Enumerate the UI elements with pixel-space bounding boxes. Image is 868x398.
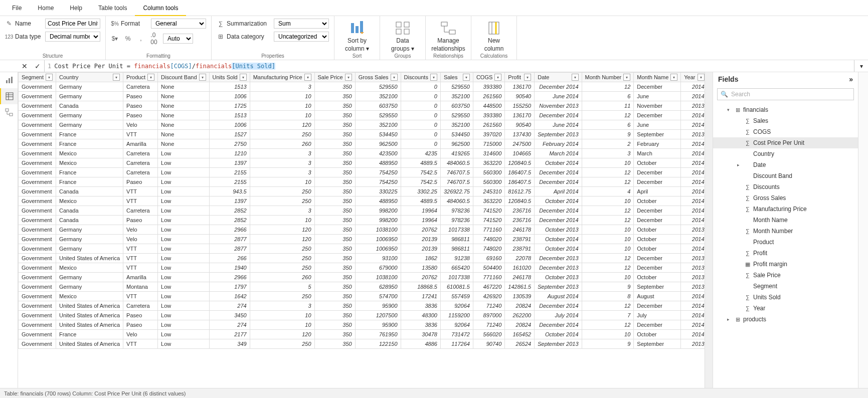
new-column-button[interactable]: New column <box>476 18 511 53</box>
table-row[interactable]: GovernmentFranceAmarillaNone275026035096… <box>19 139 705 149</box>
table-row[interactable]: GovernmentUnited States of AmericaPaseoL… <box>19 311 705 320</box>
decimals-select[interactable]: Auto <box>163 34 193 44</box>
table-row[interactable]: GovernmentFranceVeloLow21771203507619503… <box>19 330 705 339</box>
vertical-scrollbar[interactable] <box>705 72 713 388</box>
sort-by-column-button[interactable]: Sort by column ▾ <box>339 18 375 53</box>
table-row[interactable]: GovernmentMexicoVTTLow139725035048895048… <box>19 196 705 206</box>
table-row[interactable]: GovernmentUnited States of AmericaVTTLow… <box>19 339 705 349</box>
tab-column-tools[interactable]: Column tools <box>135 0 186 16</box>
field-node[interactable]: Month Name <box>713 215 858 226</box>
percent-icon[interactable]: % <box>124 35 132 43</box>
column-header[interactable]: Month Name▾ <box>634 73 681 82</box>
column-header[interactable]: Sales▾ <box>440 73 473 82</box>
table-row[interactable]: GovernmentMexicoCarreteraLow139733504889… <box>19 158 705 168</box>
column-filter-button[interactable]: ▾ <box>199 74 206 81</box>
field-node[interactable]: ∑Month Number <box>713 226 858 237</box>
column-header[interactable]: Gross Sales▾ <box>355 73 401 82</box>
currency-icon[interactable]: $▾ <box>111 35 119 43</box>
column-filter-button[interactable]: ▾ <box>572 74 579 81</box>
formula-commit-button[interactable]: ✓ <box>31 62 44 70</box>
table-row[interactable]: GovernmentCanadaCarreteraLow285233509982… <box>19 206 705 216</box>
column-header[interactable]: Units Sold▾ <box>209 73 250 82</box>
fields-collapse-button[interactable]: » <box>849 75 853 83</box>
field-node[interactable]: ∑Year <box>713 303 858 314</box>
thousands-icon[interactable]: , <box>137 35 145 43</box>
column-filter-button[interactable]: ▾ <box>147 74 154 81</box>
data-groups-button[interactable]: Data groups ▾ <box>385 18 420 53</box>
table-row[interactable]: GovernmentCanadaVTTLow943.52503503302253… <box>19 187 705 196</box>
column-filter-button[interactable]: ▾ <box>698 74 705 81</box>
table-row[interactable]: GovernmentFranceCarreteraLow215533507542… <box>19 168 705 177</box>
column-header[interactable]: Product▾ <box>123 73 158 82</box>
category-select[interactable]: Uncategorized <box>274 32 329 42</box>
column-filter-button[interactable]: ▾ <box>623 74 630 81</box>
table-row[interactable]: GovernmentCanadaPaseoLow2852103509982001… <box>19 216 705 225</box>
field-node[interactable]: ∑Sale Price <box>713 270 858 281</box>
table-row[interactable]: GovernmentCanadaPaseoNone172510350603750… <box>19 101 705 111</box>
report-view-button[interactable] <box>0 72 18 88</box>
table-node[interactable]: ▾⊞financials <box>713 104 858 115</box>
datatype-select[interactable]: Decimal number <box>45 32 100 42</box>
tab-file[interactable]: File <box>4 0 30 16</box>
tab-help[interactable]: Help <box>62 0 90 16</box>
table-row[interactable]: GovernmentFranceVTTNone15272503505344500… <box>19 130 705 139</box>
table-row[interactable]: GovernmentGermanyMontanaLow1797535062895… <box>19 282 705 292</box>
field-node[interactable]: ∑Discounts <box>713 181 858 192</box>
table-row[interactable]: GovernmentUnited States of AmericaCarret… <box>19 301 705 311</box>
column-header[interactable]: Month Number▾ <box>582 73 634 82</box>
column-filter-button[interactable]: ▾ <box>46 74 53 81</box>
table-row[interactable]: GovernmentGermanyPaseoNone10061035035210… <box>19 92 705 101</box>
column-header[interactable]: Profit▾ <box>505 73 535 82</box>
formula-input[interactable]: 1Cost Price Per Unit = financials[COGS]/… <box>45 60 854 72</box>
table-row[interactable]: GovernmentGermanyVeloLow2966120350103810… <box>19 225 705 235</box>
field-node[interactable]: ∑Sales <box>713 115 858 126</box>
field-node[interactable]: ∑Profit <box>713 248 858 259</box>
column-header[interactable]: Date▾ <box>535 73 582 82</box>
table-row[interactable]: GovernmentMexicoVTTLow164225035057470017… <box>19 292 705 301</box>
column-filter-button[interactable]: ▾ <box>304 74 311 81</box>
table-row[interactable]: GovernmentGermanyAmarillaLow296626035010… <box>19 273 705 282</box>
data-view-button[interactable] <box>0 88 18 104</box>
table-row[interactable]: GovernmentGermanyVTTLow28772503501006950… <box>19 244 705 254</box>
field-node[interactable]: Country <box>713 148 858 159</box>
table-row[interactable]: GovernmentGermanyPaseoNone15131035052955… <box>19 111 705 120</box>
table-row[interactable]: GovernmentUnited States of AmericaPaseoL… <box>19 320 705 330</box>
decimals-icon[interactable]: .000 <box>150 35 158 43</box>
column-header[interactable]: Discounts▾ <box>401 73 440 82</box>
summarization-select[interactable]: Sum <box>274 19 329 29</box>
column-header[interactable]: Discount Band▾ <box>158 73 210 82</box>
column-filter-button[interactable]: ▾ <box>240 74 247 81</box>
column-header[interactable]: Country▾ <box>56 73 123 82</box>
data-grid[interactable]: Segment▾Country▾Product▾Discount Band▾Un… <box>18 72 705 388</box>
tab-home[interactable]: Home <box>30 0 62 16</box>
column-filter-button[interactable]: ▾ <box>463 74 470 81</box>
table-row[interactable]: GovernmentMexicoVTTLow194025035067900013… <box>19 263 705 273</box>
field-node[interactable]: Discount Band <box>713 170 858 181</box>
field-node[interactable]: ▦Profit margin <box>713 259 858 270</box>
manage-relationships-button[interactable]: Manage relationships <box>431 18 466 53</box>
formula-cancel-button[interactable]: ✕ <box>18 62 31 70</box>
format-select[interactable]: General <box>151 19 206 29</box>
tab-table-tools[interactable]: Table tools <box>90 0 135 16</box>
field-node[interactable]: ∑Gross Sales <box>713 192 858 204</box>
table-row[interactable]: GovernmentGermanyVeloNone100612035035210… <box>19 120 705 130</box>
table-row[interactable]: GovernmentUnited States of AmericaVTTLow… <box>19 254 705 263</box>
table-row[interactable]: GovernmentFrancePaseoLow2155103507542507… <box>19 177 705 187</box>
table-row[interactable]: GovernmentGermanyVeloLow2877120350100695… <box>19 235 705 244</box>
column-header[interactable]: Sale Price▾ <box>314 73 355 82</box>
column-filter-button[interactable]: ▾ <box>113 74 120 81</box>
column-filter-button[interactable]: ▾ <box>391 74 398 81</box>
formula-expand-button[interactable]: ▾ <box>854 60 868 72</box>
column-filter-button[interactable]: ▾ <box>345 74 352 81</box>
field-node[interactable]: ∑Manufacturing Price <box>713 204 858 215</box>
fields-search-input[interactable]: 🔍 Search <box>717 88 854 100</box>
column-header[interactable]: COGS▾ <box>473 73 504 82</box>
column-filter-button[interactable]: ▾ <box>494 74 501 81</box>
table-row[interactable]: GovernmentMexicoCarreteraLow121033504235… <box>19 149 705 158</box>
field-node[interactable]: ∑Cost Price Per Unit <box>713 137 858 148</box>
field-node[interactable]: Segment <box>713 281 858 292</box>
column-header[interactable]: Manufacturing Price▾ <box>250 73 314 82</box>
collapsed-pane[interactable] <box>858 72 868 388</box>
model-view-button[interactable] <box>0 104 18 120</box>
table-node[interactable]: ▸⊞products <box>713 314 858 325</box>
